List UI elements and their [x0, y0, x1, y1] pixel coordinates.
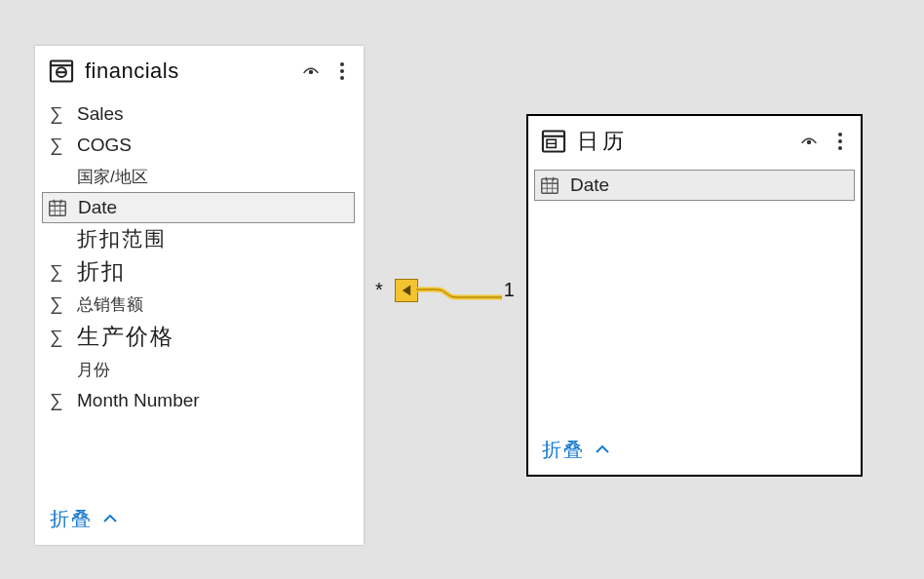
field-row[interactable]: ∑ 生产价格 — [36, 320, 361, 354]
relationship-line[interactable] — [385, 277, 502, 302]
table-header: 日历 — [528, 116, 861, 162]
chevron-up-icon — [102, 512, 118, 527]
relationship-connector[interactable]: * 1 — [373, 277, 517, 302]
field-label: 国家/地区 — [77, 166, 148, 188]
svg-rect-0 — [51, 61, 72, 82]
field-list[interactable]: Date — [528, 170, 861, 419]
filter-direction-icon — [395, 279, 418, 302]
field-label: Sales — [77, 103, 124, 125]
cardinality-many: * — [373, 279, 385, 301]
field-label: Date — [570, 174, 609, 196]
collapse-button[interactable]: 折叠 — [542, 437, 610, 463]
field-label: Date — [78, 197, 117, 218]
table-icon — [48, 58, 75, 85]
field-row[interactable]: ∑ Sales — [36, 98, 361, 130]
collapse-button[interactable]: 折叠 — [50, 506, 118, 532]
date-table-icon — [540, 128, 567, 155]
sigma-icon: ∑ — [46, 103, 67, 125]
more-options-icon[interactable] — [333, 60, 351, 82]
table-card-calendar[interactable]: 日历 — [526, 114, 863, 477]
table-header: financials — [36, 47, 363, 91]
svg-rect-5 — [50, 202, 66, 216]
chevron-up-icon — [595, 443, 610, 458]
visibility-icon[interactable] — [300, 60, 322, 82]
sigma-icon: ∑ — [46, 293, 67, 315]
field-label: 总销售额 — [77, 293, 143, 316]
field-row-date[interactable]: Date — [534, 170, 855, 201]
more-options-icon[interactable] — [831, 131, 849, 152]
field-row-date[interactable]: Date — [42, 192, 355, 223]
table-card-financials[interactable]: financials ∑ Sales — [35, 46, 364, 545]
field-row[interactable]: 月份 — [36, 354, 361, 385]
svg-point-16 — [808, 140, 811, 143]
table-title: 日历 — [577, 127, 789, 156]
visibility-icon[interactable] — [798, 131, 820, 152]
svg-rect-17 — [542, 179, 558, 194]
field-row[interactable]: ∑ 总销售额 — [36, 289, 361, 320]
field-list[interactable]: ∑ Sales ∑ COGS 国家/地区 — [36, 98, 361, 488]
svg-point-4 — [310, 70, 313, 73]
collapse-label: 折叠 — [50, 506, 93, 532]
sigma-icon: ∑ — [46, 135, 67, 156]
sigma-icon: ∑ — [46, 327, 67, 348]
field-row[interactable]: 国家/地区 — [36, 161, 361, 192]
field-row[interactable]: ∑ Month Number — [36, 385, 361, 416]
field-label: Month Number — [77, 390, 200, 411]
collapse-label: 折叠 — [542, 437, 585, 463]
calendar-icon — [47, 197, 68, 218]
table-title: financials — [85, 58, 290, 84]
field-label: 月份 — [77, 359, 110, 381]
field-row[interactable]: 折扣范围 — [36, 223, 361, 254]
sigma-icon: ∑ — [46, 390, 67, 411]
field-row[interactable]: ∑ COGS — [36, 130, 361, 161]
sigma-icon: ∑ — [46, 261, 67, 283]
field-label: 生产价格 — [77, 322, 174, 352]
field-label: 折扣 — [77, 256, 126, 287]
model-canvas[interactable]: financials ∑ Sales — [0, 0, 924, 579]
calendar-icon — [539, 174, 560, 196]
field-label: COGS — [77, 135, 132, 156]
cardinality-one: 1 — [502, 279, 517, 301]
field-row[interactable]: ∑ 折扣 — [36, 254, 361, 289]
field-label: 折扣范围 — [77, 225, 167, 252]
